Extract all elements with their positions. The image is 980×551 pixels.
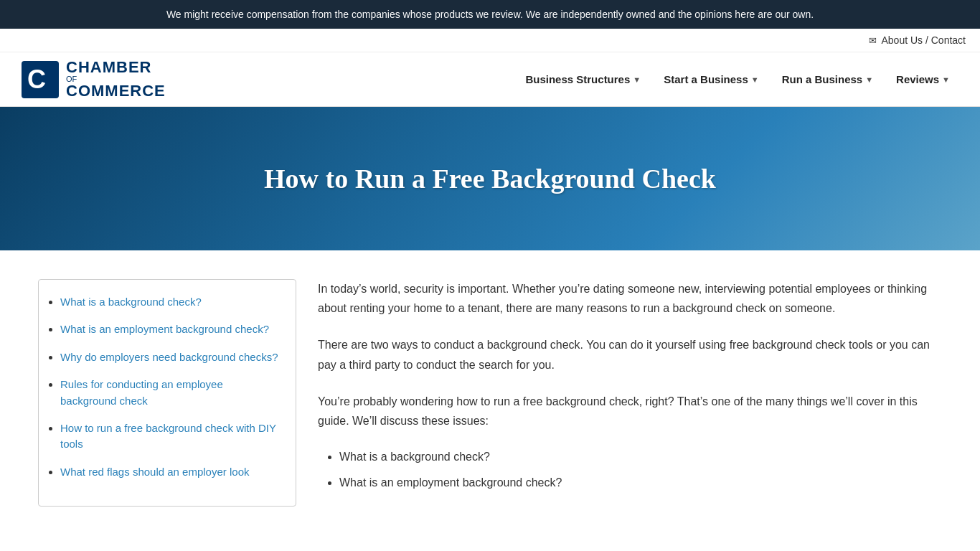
toc-item-4: How to run a free background check with …	[60, 420, 281, 453]
about-us-link[interactable]: ✉ About Us / Contact	[869, 34, 966, 46]
toc-link-1[interactable]: What is an employment background check?	[60, 323, 269, 335]
toc-item-2: Why do employers need background checks?	[60, 349, 281, 365]
article-paragraph-0: In today’s world, security is important.…	[318, 279, 942, 318]
toc-item-0: What is a background check?	[60, 294, 281, 310]
site-header: C CHAMBER OF COMMERCE Business Structure…	[0, 52, 980, 107]
toc-item-5: What red flags should an employer look	[60, 464, 281, 480]
about-bar: ✉ About Us / Contact	[0, 29, 980, 52]
chevron-down-icon-0: ▼	[633, 75, 641, 84]
sidebar: What is a background check? What is an e…	[38, 279, 296, 507]
toc-link-4[interactable]: How to run a free background check with …	[60, 422, 276, 450]
toc-link-0[interactable]: What is a background check?	[60, 296, 202, 308]
nav-label-business-structures: Business Structures	[525, 73, 630, 85]
logo-chamber: CHAMBER	[66, 60, 166, 75]
article-list-item-1: What is an employment background check?	[339, 474, 942, 492]
article-list: What is a background check? What is an e…	[318, 448, 942, 491]
main-nav: Business Structures ▼ Start a Business ▼…	[517, 67, 958, 91]
toc-link-2[interactable]: Why do employers need background checks?	[60, 351, 278, 363]
chevron-down-icon-3: ▼	[942, 75, 950, 84]
nav-item-reviews[interactable]: Reviews ▼	[887, 67, 958, 91]
main-article: In today’s world, security is important.…	[318, 279, 942, 507]
svg-text:C: C	[27, 65, 46, 94]
article-list-item-0: What is a background check?	[339, 448, 942, 466]
nav-label-reviews: Reviews	[896, 73, 939, 85]
logo-commerce: COMMERCE	[66, 83, 166, 99]
top-banner: We might receive compensation from the c…	[0, 0, 980, 29]
toc-list: What is a background check? What is an e…	[46, 294, 281, 480]
logo-icon: C	[22, 61, 59, 98]
toc-link-3[interactable]: Rules for conducting an employee backgro…	[60, 378, 223, 406]
toc-item-3: Rules for conducting an employee backgro…	[60, 377, 281, 409]
toc-box: What is a background check? What is an e…	[38, 279, 296, 507]
nav-item-business-structures[interactable]: Business Structures ▼	[517, 67, 649, 91]
logo-link[interactable]: C CHAMBER OF COMMERCE	[22, 60, 166, 99]
about-us-label: About Us / Contact	[881, 34, 966, 46]
banner-text: We might receive compensation from the c…	[166, 9, 814, 20]
hero-title: How to Run a Free Background Check	[264, 163, 716, 194]
chevron-down-icon-1: ▼	[751, 75, 759, 84]
toc-link-5[interactable]: What red flags should an employer look	[60, 466, 249, 478]
hero-section: How to Run a Free Background Check	[0, 107, 980, 250]
chevron-down-icon-2: ▼	[865, 75, 873, 84]
toc-item-1: What is an employment background check?	[60, 321, 281, 337]
nav-item-run-a-business[interactable]: Run a Business ▼	[773, 67, 882, 91]
article-paragraph-2: You’re probably wondering how to run a f…	[318, 392, 942, 430]
article-paragraph-1: There are two ways to conduct a backgrou…	[318, 335, 942, 374]
logo-text: CHAMBER OF COMMERCE	[66, 60, 166, 99]
content-wrapper: What is a background check? What is an e…	[24, 250, 956, 535]
nav-item-start-a-business[interactable]: Start a Business ▼	[655, 67, 767, 91]
nav-label-start-a-business: Start a Business	[664, 73, 748, 85]
nav-label-run-a-business: Run a Business	[782, 73, 863, 85]
envelope-icon: ✉	[869, 35, 877, 46]
